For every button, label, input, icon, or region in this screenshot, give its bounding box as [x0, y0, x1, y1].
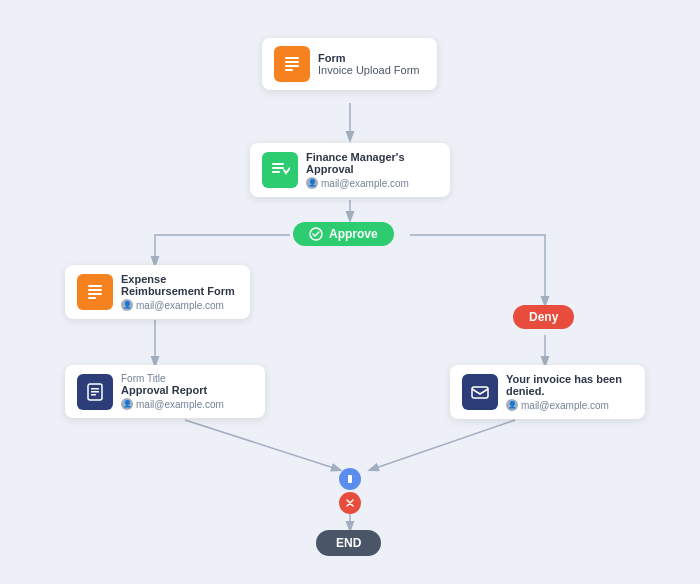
connector-red	[339, 492, 361, 514]
workflow-canvas: Form Invoice Upload Form Finance Manager…	[0, 0, 700, 584]
report-label: Form Title	[121, 373, 224, 384]
form-node[interactable]: Form Invoice Upload Form	[262, 38, 437, 90]
denied-title: Your invoice has been denied.	[506, 373, 633, 397]
end-label: END	[336, 536, 361, 550]
svg-rect-12	[272, 167, 284, 169]
approval-title: Finance Manager's Approval	[306, 151, 438, 175]
svg-line-5	[370, 420, 515, 470]
report-node[interactable]: Form Title Approval Report 👤 mail@exampl…	[65, 365, 265, 418]
svg-rect-21	[91, 391, 99, 393]
approval-node[interactable]: Finance Manager's Approval 👤 mail@exampl…	[250, 143, 450, 197]
user-icon-denied: 👤	[506, 399, 518, 411]
delete-icon	[345, 498, 355, 508]
approve-badge[interactable]: Approve	[293, 222, 394, 246]
expense-node[interactable]: Expense Reimbursement Form 👤 mail@exampl…	[65, 265, 250, 319]
svg-rect-7	[285, 57, 299, 59]
svg-rect-18	[88, 297, 96, 299]
form-title: Form	[318, 52, 420, 64]
connector-blue	[339, 468, 361, 490]
svg-rect-24	[348, 475, 352, 483]
form-icon	[274, 46, 310, 82]
denied-node[interactable]: Your invoice has been denied. 👤 mail@exa…	[450, 365, 645, 419]
user-icon-expense: 👤	[121, 299, 133, 311]
denied-icon	[462, 374, 498, 410]
expense-email: 👤 mail@example.com	[121, 299, 238, 311]
denied-email: 👤 mail@example.com	[506, 399, 633, 411]
form-subtitle: Invoice Upload Form	[318, 64, 420, 76]
approval-icon	[262, 152, 298, 188]
end-node: END	[316, 530, 381, 556]
report-email: 👤 mail@example.com	[121, 398, 224, 410]
connector-icon	[345, 474, 355, 484]
user-icon-approval: 👤	[306, 177, 318, 189]
svg-rect-16	[88, 289, 102, 291]
svg-rect-20	[91, 388, 99, 390]
report-title: Approval Report	[121, 384, 224, 396]
svg-rect-17	[88, 293, 102, 295]
svg-rect-23	[472, 387, 488, 398]
svg-rect-22	[91, 394, 96, 396]
approve-label: Approve	[329, 227, 378, 241]
svg-line-4	[185, 420, 340, 470]
approve-icon	[309, 227, 323, 241]
svg-rect-9	[285, 65, 299, 67]
svg-rect-8	[285, 61, 299, 63]
expense-title: Expense Reimbursement Form	[121, 273, 238, 297]
deny-label: Deny	[529, 310, 558, 324]
approval-email: 👤 mail@example.com	[306, 177, 438, 189]
report-icon	[77, 374, 113, 410]
svg-rect-15	[88, 285, 102, 287]
deny-badge[interactable]: Deny	[513, 305, 574, 329]
svg-rect-10	[285, 69, 293, 71]
svg-rect-13	[272, 171, 280, 173]
expense-icon	[77, 274, 113, 310]
svg-rect-11	[272, 163, 284, 165]
user-icon-report: 👤	[121, 398, 133, 410]
